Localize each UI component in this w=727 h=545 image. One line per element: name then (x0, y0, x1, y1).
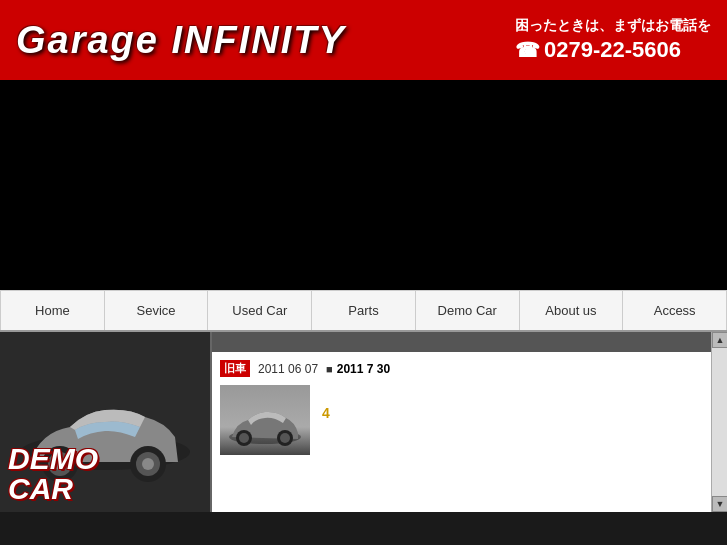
svg-point-14 (280, 433, 290, 443)
post-meta: 旧車 2011 06 07 ■ 2011 7 30 (220, 360, 719, 377)
scroll-track[interactable] (712, 348, 727, 496)
scroll-up-button[interactable]: ▲ (712, 332, 727, 348)
post-content-row: 4 (220, 385, 719, 455)
post-date: 2011 06 07 (258, 362, 318, 376)
nav-item-service[interactable]: Sevice (105, 291, 209, 330)
post-category-label: 旧車 (220, 360, 250, 377)
post-updated: ■ 2011 7 30 (326, 362, 390, 376)
navigation: Home Sevice Used Car Parts Demo Car Abou… (0, 290, 727, 332)
comment-count: 4 (322, 385, 330, 421)
scrollbar: ▲ ▼ (711, 332, 727, 512)
post-thumbnail[interactable] (220, 385, 310, 455)
contact-label: 困ったときは、まずはお電話を (515, 17, 711, 35)
content-area: DEMO CAR 旧車 2011 06 07 ■ 2011 7 30 (0, 332, 727, 512)
nav-item-demo-car[interactable]: Demo Car (416, 291, 520, 330)
phone-number: ☎ 0279-22-5606 (515, 37, 711, 63)
svg-point-12 (239, 433, 249, 443)
post-updated-date: 2011 7 30 (337, 362, 390, 376)
demo-car-label: DEMO CAR (8, 444, 98, 504)
nav-item-parts[interactable]: Parts (312, 291, 416, 330)
header: Garage INFINITY 困ったときは、まずはお電話を ☎ 0279-22… (0, 0, 727, 80)
nav-item-used-car[interactable]: Used Car (208, 291, 312, 330)
demo-car-line2: CAR (8, 474, 98, 504)
demo-car-line1: DEMO (8, 444, 98, 474)
phone-digits: 0279-22-5606 (544, 37, 681, 63)
phone-icon: ☎ (515, 38, 540, 62)
header-contact: 困ったときは、まずはお電話を ☎ 0279-22-5606 (515, 17, 711, 63)
sidebar: DEMO CAR (0, 332, 210, 512)
post-area: 旧車 2011 06 07 ■ 2011 7 30 (212, 352, 727, 463)
updated-icon: ■ (326, 363, 333, 375)
main-topbar (212, 332, 727, 352)
main-content: 旧車 2011 06 07 ■ 2011 7 30 (210, 332, 727, 512)
hero-banner (0, 80, 727, 290)
site-logo[interactable]: Garage INFINITY (16, 19, 346, 62)
nav-item-access[interactable]: Access (623, 291, 727, 330)
nav-item-home[interactable]: Home (0, 291, 105, 330)
nav-item-about-us[interactable]: About us (520, 291, 624, 330)
scroll-down-button[interactable]: ▼ (712, 496, 727, 512)
svg-point-7 (142, 458, 154, 470)
demo-car-sidebar-image: DEMO CAR (0, 332, 210, 512)
